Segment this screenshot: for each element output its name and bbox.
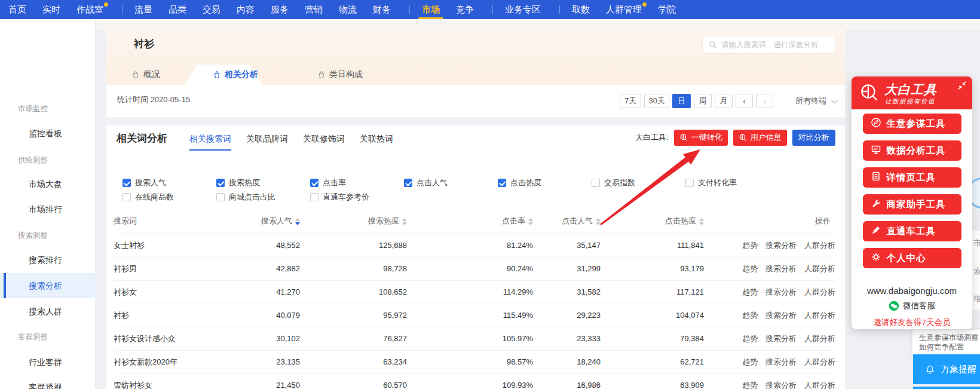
- action-link-趋势[interactable]: 趋势: [742, 357, 758, 366]
- action-link-搜索分析[interactable]: 搜索分析: [765, 241, 797, 250]
- action-link-搜索分析[interactable]: 搜索分析: [765, 357, 797, 366]
- panel-website[interactable]: www.dabaigongju.com: [852, 286, 972, 296]
- column-header-搜索人气[interactable]: 搜索人气: [221, 209, 300, 234]
- tab-hot-words[interactable]: 关联热词: [360, 134, 393, 151]
- sidebar-item-市场排行[interactable]: 市场排行: [0, 197, 96, 222]
- tab-overview[interactable]: 概况: [131, 65, 160, 85]
- checkbox-商城点击占比[interactable]: [216, 193, 225, 201]
- filter-交易指数[interactable]: 交易指数: [592, 178, 635, 188]
- sort-icon[interactable]: [402, 218, 407, 225]
- nav-item-财务[interactable]: 财务: [373, 0, 391, 19]
- checkbox-搜索热度[interactable]: [216, 179, 225, 187]
- action-link-搜索分析[interactable]: 搜索分析: [765, 287, 797, 296]
- nav-item-人群管理[interactable]: 人群管理: [606, 0, 642, 19]
- sidebar-item-监控看板[interactable]: 监控看板: [0, 121, 96, 146]
- nav-item-竞争[interactable]: 竞争: [456, 0, 474, 19]
- action-link-人群分析[interactable]: 人群分析: [804, 381, 835, 389]
- tab-brand-words[interactable]: 关联品牌词: [246, 134, 288, 151]
- nav-item-服务[interactable]: 服务: [271, 0, 289, 19]
- nav-item-内容[interactable]: 内容: [237, 0, 255, 19]
- checkbox-支付转化率[interactable]: [685, 179, 694, 187]
- action-link-人群分析[interactable]: 人群分析: [804, 311, 835, 320]
- nav-item-品类[interactable]: 品类: [169, 0, 186, 19]
- panel-button-直通车工具[interactable]: 直通车工具: [863, 221, 961, 241]
- action-link-搜索分析[interactable]: 搜索分析: [765, 381, 797, 389]
- sort-icon[interactable]: [699, 218, 704, 225]
- sidebar-item-客群透视[interactable]: 客群透视: [0, 375, 96, 389]
- nav-item-作战室[interactable]: 作战室: [76, 0, 103, 19]
- filter-搜索热度[interactable]: 搜索热度: [216, 178, 260, 188]
- sidebar-item-市场大盘[interactable]: 市场大盘: [0, 171, 96, 197]
- filter-点击人气[interactable]: 点击人气: [404, 178, 448, 188]
- action-link-搜索分析[interactable]: 搜索分析: [765, 334, 797, 343]
- column-header-点击率[interactable]: 点击率: [407, 209, 533, 234]
- sidebar-item-搜索排行[interactable]: 搜索排行: [0, 247, 96, 272]
- panel-button-详情页工具[interactable]: 详情页工具: [863, 167, 961, 188]
- wechat-support[interactable]: 微信客服: [852, 301, 972, 311]
- action-link-人群分析[interactable]: 人群分析: [804, 334, 835, 343]
- nav-item-营销[interactable]: 营销: [305, 0, 323, 19]
- user-info-button[interactable]: 用户信息: [733, 130, 787, 146]
- column-header-点击热度[interactable]: 点击热度: [601, 209, 704, 234]
- collapse-icon[interactable]: [957, 81, 967, 90]
- column-header-搜索热度[interactable]: 搜索热度: [300, 209, 407, 234]
- nav-item-业务专区[interactable]: 业务专区: [505, 0, 541, 19]
- checkbox-点击热度[interactable]: [498, 179, 506, 187]
- filter-搜索人气[interactable]: 搜索人气: [122, 178, 166, 188]
- action-link-人群分析[interactable]: 人群分析: [804, 357, 835, 366]
- panel-button-个人中心[interactable]: 个人中心: [863, 248, 961, 268]
- terminal-select[interactable]: 所有终端: [795, 96, 836, 106]
- checkbox-点击人气[interactable]: [404, 179, 412, 187]
- search-input[interactable]: 请输入搜索词，进行深度分析: [702, 36, 835, 54]
- tab-category-composition[interactable]: 类目构成: [317, 65, 363, 85]
- panel-button-数据分析工具[interactable]: 数据分析工具: [863, 140, 961, 161]
- checkbox-在线商品数[interactable]: [122, 193, 131, 201]
- panel-button-商家助手工具[interactable]: 商家助手工具: [863, 194, 961, 215]
- tab-related-search-words[interactable]: 相关搜索词: [189, 134, 231, 151]
- action-link-趋势[interactable]: 趋势: [742, 241, 758, 250]
- checkbox-直通车参考价[interactable]: [310, 193, 318, 201]
- action-link-人群分析[interactable]: 人群分析: [804, 241, 835, 250]
- filter-点击率[interactable]: 点击率: [310, 178, 346, 188]
- action-link-搜索分析[interactable]: 搜索分析: [765, 264, 797, 273]
- action-link-趋势[interactable]: 趋势: [742, 311, 758, 320]
- action-link-趋势[interactable]: 趋势: [742, 381, 758, 389]
- column-header-点击人气[interactable]: 点击人气: [533, 209, 601, 234]
- range-30d-button[interactable]: 30天: [644, 94, 669, 108]
- tab-modifier-words[interactable]: 关联修饰词: [303, 134, 345, 151]
- action-link-趋势[interactable]: 趋势: [742, 287, 758, 296]
- action-link-趋势[interactable]: 趋势: [742, 264, 758, 273]
- sidebar-item-搜索分析[interactable]: 搜索分析: [0, 273, 96, 298]
- nav-item-取数[interactable]: 取数: [572, 0, 590, 19]
- wanxiang-reminder-button[interactable]: 万象提醒: [913, 354, 980, 384]
- sidebar-item-行业客群[interactable]: 行业客群: [0, 350, 96, 375]
- nav-item-实时[interactable]: 实时: [42, 0, 60, 19]
- sort-icon[interactable]: [295, 218, 300, 225]
- one-click-convert-button[interactable]: 一键转化: [674, 130, 728, 146]
- filter-在线商品数[interactable]: 在线商品数: [122, 192, 174, 202]
- action-link-趋势[interactable]: 趋势: [742, 334, 758, 343]
- action-link-人群分析[interactable]: 人群分析: [804, 287, 835, 296]
- nav-item-首页[interactable]: 首页: [8, 0, 26, 19]
- sort-icon[interactable]: [528, 218, 533, 225]
- range-7d-button[interactable]: 7天: [620, 94, 641, 108]
- checkbox-交易指数[interactable]: [592, 179, 600, 187]
- panel-button-生意参谋工具[interactable]: 生意参谋工具: [863, 114, 961, 134]
- nav-item-流量[interactable]: 流量: [134, 0, 152, 19]
- compare-analysis-button[interactable]: 对比分析: [792, 130, 835, 146]
- nav-item-市场[interactable]: 市场: [422, 0, 440, 19]
- filter-直通车参考价[interactable]: 直通车参考价: [310, 192, 369, 202]
- checkbox-点击率[interactable]: [310, 179, 318, 187]
- nav-item-物流[interactable]: 物流: [339, 0, 357, 19]
- action-link-人群分析[interactable]: 人群分析: [804, 264, 835, 273]
- prev-date-button[interactable]: ‹: [736, 94, 753, 108]
- range-week-button[interactable]: 周: [694, 94, 712, 108]
- nav-item-学院[interactable]: 学院: [658, 0, 676, 19]
- filter-商城点击占比[interactable]: 商城点击占比: [216, 192, 275, 202]
- sidebar-item-搜索人群[interactable]: 搜索人群: [0, 299, 96, 324]
- range-day-button[interactable]: 日: [672, 94, 691, 108]
- sort-icon[interactable]: [596, 218, 601, 225]
- tab-related-analysis[interactable]: 相关分析: [213, 65, 258, 85]
- action-link-搜索分析[interactable]: 搜索分析: [765, 311, 797, 320]
- nav-item-交易[interactable]: 交易: [203, 0, 220, 19]
